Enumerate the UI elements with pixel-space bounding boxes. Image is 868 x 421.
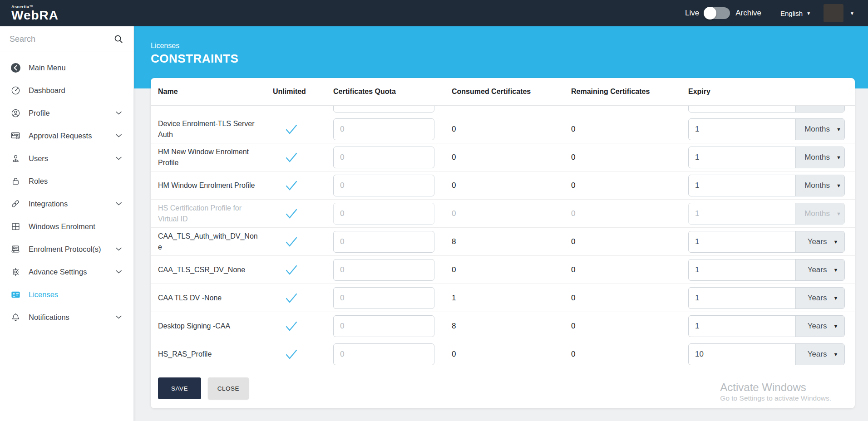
unlimited-check-icon[interactable] xyxy=(285,264,298,275)
table-row: CAA_TLS_CSR_DV_None 0 0 Years▼ xyxy=(151,256,855,284)
chevron-down-icon: ▼ xyxy=(836,155,841,160)
expiry-unit-select[interactable]: Years▼ xyxy=(795,231,845,252)
unlimited-check-icon[interactable] xyxy=(285,349,298,360)
table-row: HS_RAS_Profile 0 0 Years▼ xyxy=(151,340,855,368)
chevron-down-icon xyxy=(116,134,122,137)
sidebar-item-main-menu[interactable]: Main Menu xyxy=(0,56,133,79)
consumed-certificates-value: 0 xyxy=(450,350,571,359)
language-label: English xyxy=(780,10,803,17)
consumed-certificates-value: 0 xyxy=(450,153,571,162)
avatar[interactable] xyxy=(824,4,843,22)
chevron-down-icon xyxy=(116,270,122,274)
certificates-quota-input[interactable] xyxy=(333,106,434,113)
expiry-value-input[interactable] xyxy=(689,119,795,140)
expiry-unit-select[interactable]: Months▼ xyxy=(795,175,845,196)
expiry-value-input[interactable] xyxy=(689,316,795,337)
expiry-value-input xyxy=(689,203,795,224)
unlimited-check-icon xyxy=(285,208,298,219)
expiry-unit-select[interactable]: Years▼ xyxy=(795,316,845,337)
expiry-unit-select[interactable]: ▼ xyxy=(795,106,845,112)
remaining-certificates-value: 0 xyxy=(571,350,688,359)
expiry-unit-select[interactable]: Years▼ xyxy=(795,288,845,308)
sidebar-item-dashboard[interactable]: Dashboard xyxy=(0,79,133,102)
live-archive-toggle[interactable] xyxy=(705,7,730,19)
breadcrumb: Licenses xyxy=(151,42,179,50)
expiry-value-input[interactable] xyxy=(689,147,795,168)
consumed-certificates-value: 0 xyxy=(450,181,571,190)
profile-name: HM Window Enrolment Profile xyxy=(151,180,269,191)
expiry-unit-select[interactable]: Months▼ xyxy=(795,147,845,168)
certificates-quota-input[interactable] xyxy=(333,147,434,168)
expiry-value-input[interactable] xyxy=(689,106,795,112)
sidebar-item-integrations[interactable]: Integrations xyxy=(0,192,133,215)
sidebar-item-enrolment-protocols[interactable]: Enrolment Protocol(s) xyxy=(0,238,133,260)
profile-name: Desktop Signing -CAA xyxy=(151,321,269,332)
chevron-down-icon xyxy=(116,315,122,319)
profile-name: HS Certification Profile for Virtual ID xyxy=(151,203,269,225)
table-row-partial: ▼ xyxy=(151,106,855,115)
sidebar-item-licenses[interactable]: Licenses xyxy=(0,283,133,306)
live-label: Live xyxy=(685,9,699,18)
page-title: CONSTRAINTS xyxy=(151,52,238,66)
approval-requests-icon xyxy=(10,131,21,141)
account-menu-caret-icon[interactable]: ▼ xyxy=(850,11,854,16)
chevron-down-icon: ▼ xyxy=(833,239,838,245)
dashboard-icon xyxy=(10,86,21,95)
column-header-remaining-certificates: Remaining Certificates xyxy=(571,88,688,96)
expiry-unit-select[interactable]: Months▼ xyxy=(795,119,845,140)
sidebar-item-profile[interactable]: Profile xyxy=(0,102,133,124)
profile-name: CAA_TLS_Auth_with_DV_None xyxy=(151,231,269,253)
expiry-value-input[interactable] xyxy=(689,288,795,308)
certificates-quota-input[interactable] xyxy=(333,315,434,337)
sidebar-item-approval-requests[interactable]: Approval Requests xyxy=(0,124,133,147)
chevron-down-icon xyxy=(116,202,122,206)
sidebar-nav: Main Menu Dashboard Profile Approval Req… xyxy=(0,52,133,328)
unlimited-check-icon[interactable] xyxy=(285,236,298,247)
constraints-card: Name Unlimited Certificates Quota Consum… xyxy=(151,78,855,408)
save-button[interactable]: SAVE xyxy=(158,377,201,399)
certificates-quota-input[interactable] xyxy=(333,231,434,253)
expiry-value-input[interactable] xyxy=(689,231,795,252)
expiry-value-input[interactable] xyxy=(689,259,795,280)
table-row: Device Enrolment-TLS Server Auth 0 0 Mon… xyxy=(151,115,855,143)
expiry-unit-select[interactable]: Years▼ xyxy=(795,259,845,280)
unlimited-check-icon[interactable] xyxy=(285,321,298,332)
certificates-quota-input[interactable] xyxy=(333,175,434,196)
unlimited-check-icon[interactable] xyxy=(285,293,298,304)
profile-name: Device Enrolment-TLS Server Auth xyxy=(151,118,269,140)
profile-icon xyxy=(10,108,21,118)
certificates-quota-input[interactable] xyxy=(333,259,434,281)
protocol-icon xyxy=(10,244,21,254)
remaining-certificates-value: 0 xyxy=(571,181,688,190)
certificates-quota-input[interactable] xyxy=(333,343,434,365)
unlimited-check-icon[interactable] xyxy=(285,180,298,191)
remaining-certificates-value: 0 xyxy=(571,265,688,274)
certificates-quota-input[interactable] xyxy=(333,118,434,140)
table-header: Name Unlimited Certificates Quota Consum… xyxy=(151,78,855,106)
sidebar-item-roles[interactable]: Roles xyxy=(0,170,133,192)
chevron-down-icon: ▼ xyxy=(836,211,841,216)
toggle-knob-icon xyxy=(704,7,716,20)
sidebar-item-advance-settings[interactable]: Advance Settings xyxy=(0,260,133,283)
app-logo[interactable]: Ascertia™ WebRA xyxy=(0,5,59,22)
expiry-unit-select[interactable]: Years▼ xyxy=(795,344,845,365)
sidebar-item-users[interactable]: Users xyxy=(0,147,133,170)
profile-name: CAA_TLS_CSR_DV_None xyxy=(151,264,269,275)
language-selector[interactable]: English ▼ xyxy=(780,10,811,17)
sidebar-search xyxy=(0,26,133,52)
sidebar-item-windows-enrolment[interactable]: Windows Enrolment xyxy=(0,215,133,238)
table-row: CAA TLS DV -None 1 0 Years▼ xyxy=(151,284,855,312)
unlimited-check-icon[interactable] xyxy=(285,152,298,163)
chevron-down-icon xyxy=(116,111,122,115)
expiry-value-input[interactable] xyxy=(689,175,795,196)
search-icon[interactable] xyxy=(113,34,123,44)
search-input[interactable] xyxy=(10,34,114,44)
chevron-down-icon xyxy=(116,157,122,160)
table-row: HM New Window Enrolment Profile 0 0 Mont… xyxy=(151,143,855,171)
expiry-value-input[interactable] xyxy=(689,344,795,365)
users-icon xyxy=(10,154,21,163)
unlimited-check-icon[interactable] xyxy=(285,124,298,135)
sidebar-item-notifications[interactable]: Notifications xyxy=(0,306,133,328)
close-button[interactable]: CLOSE xyxy=(208,377,249,399)
certificates-quota-input[interactable] xyxy=(333,287,434,309)
